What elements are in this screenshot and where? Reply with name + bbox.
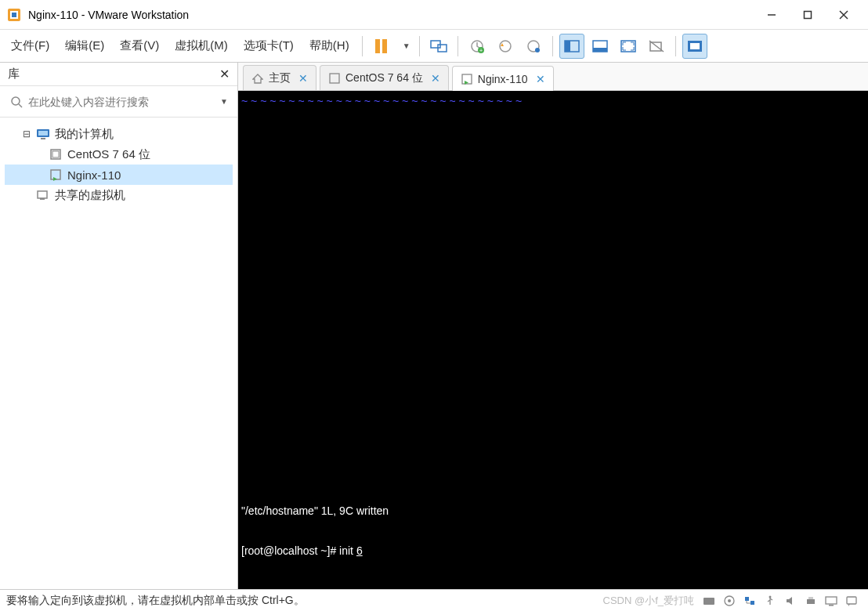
library-sidebar: 库 ✕ ▼ ⊟ 我的计算机 CentOS 7 64 位 Nginx-110: [0, 63, 238, 589]
vm-icon: [328, 72, 341, 85]
stretch-button[interactable]: [682, 34, 707, 59]
svg-rect-28: [41, 138, 45, 139]
svg-rect-44: [807, 599, 815, 604]
svg-point-43: [769, 595, 772, 598]
unity-icon: [649, 39, 664, 53]
minimize-button[interactable]: [754, 3, 790, 27]
toolbar-separator: [362, 36, 363, 56]
thumbnail-bar-button[interactable]: [588, 34, 613, 59]
vm-console[interactable]: ~ ~ ~ ~ ~ ~ ~ ~ ~ ~ ~ ~ ~ ~ ~ ~ ~ ~ ~ ~ …: [238, 91, 868, 589]
vm-running-icon: [49, 168, 63, 182]
tree-my-computer-label: 我的计算机: [55, 127, 114, 142]
tab-nginx[interactable]: Nginx-110 ✕: [452, 66, 554, 91]
menu-tabs[interactable]: 选项卡(T): [236, 35, 302, 56]
svg-marker-32: [53, 177, 57, 181]
terminal-tilde-column: ~ ~ ~ ~ ~ ~ ~ ~ ~ ~ ~ ~ ~ ~ ~ ~ ~ ~ ~ ~ …: [241, 94, 522, 108]
pause-button[interactable]: [369, 34, 394, 59]
svg-rect-30: [52, 151, 59, 157]
snapshot-button[interactable]: +: [465, 34, 490, 59]
terminal-line: "/etc/hostname" 1L, 9C written: [241, 504, 389, 518]
toolbar-separator: [552, 36, 553, 56]
dropdown-arrow-icon: ▼: [403, 42, 410, 50]
sidebar-close-button[interactable]: ✕: [219, 67, 230, 81]
power-dropdown[interactable]: ▼: [397, 34, 413, 59]
shared-icon: [36, 188, 50, 202]
svg-rect-45: [808, 597, 813, 599]
tab-home[interactable]: 主页 ✕: [243, 65, 316, 90]
tab-centos[interactable]: CentOS 7 64 位 ✕: [320, 65, 449, 90]
show-library-button[interactable]: [559, 34, 584, 59]
watermark: CSDN @小f_爱打吨: [603, 594, 695, 608]
tree-collapse-icon[interactable]: ⊟: [22, 128, 31, 139]
unity-button[interactable]: [644, 34, 669, 59]
display-icon[interactable]: [823, 594, 839, 608]
window-title: Nginx-110 - VMware Workstation: [28, 9, 754, 21]
tab-close-button[interactable]: ✕: [536, 73, 545, 85]
tree-vm-centos[interactable]: CentOS 7 64 位: [5, 144, 233, 164]
svg-rect-34: [40, 198, 45, 200]
svg-rect-23: [690, 43, 700, 49]
tree-shared-label: 共享的虚拟机: [55, 188, 125, 203]
keyboard-screen-icon: [430, 38, 447, 54]
tab-label: 主页: [269, 71, 291, 85]
close-button[interactable]: [826, 3, 862, 27]
menu-edit[interactable]: 编辑(E): [57, 35, 112, 56]
home-icon: [251, 72, 264, 85]
svg-rect-47: [829, 605, 834, 606]
svg-rect-42: [750, 601, 754, 605]
svg-rect-27: [38, 131, 48, 136]
tab-close-button[interactable]: ✕: [431, 72, 440, 85]
sound-icon[interactable]: [783, 594, 798, 608]
maximize-button[interactable]: [790, 3, 826, 27]
menu-help[interactable]: 帮助(H): [302, 35, 357, 56]
svg-rect-4: [805, 11, 812, 18]
svg-rect-31: [51, 170, 60, 179]
pause-icon: [375, 39, 387, 53]
tab-close-button[interactable]: ✕: [298, 72, 308, 85]
svg-rect-35: [330, 74, 339, 83]
tab-bar: 主页 ✕ CentOS 7 64 位 ✕ Nginx-110 ✕: [238, 63, 868, 91]
tab-label: Nginx-110: [478, 73, 528, 85]
svg-rect-48: [847, 597, 856, 604]
svg-line-25: [19, 104, 22, 107]
panel-left-icon: [564, 40, 580, 52]
revert-snapshot-button[interactable]: [493, 34, 518, 59]
snapshot-manager-button[interactable]: [521, 34, 546, 59]
snapshot-manager-icon: [526, 38, 541, 54]
network-icon[interactable]: [742, 594, 758, 608]
sidebar-title: 库: [8, 67, 219, 81]
tab-label: CentOS 7 64 位: [345, 71, 423, 85]
svg-rect-18: [593, 48, 607, 52]
printer-icon[interactable]: [803, 594, 819, 608]
tree-shared-vms[interactable]: 共享的虚拟机: [5, 185, 233, 205]
content-area: 主页 ✕ CentOS 7 64 位 ✕ Nginx-110 ✕ ~ ~ ~ ~…: [238, 63, 868, 589]
computer-icon: [36, 127, 50, 141]
svg-rect-41: [745, 597, 749, 601]
cdrom-icon[interactable]: [722, 594, 737, 608]
menu-view[interactable]: 查看(V): [112, 35, 167, 56]
toolbar-separator: [419, 36, 420, 56]
menu-vm[interactable]: 虚拟机(M): [167, 35, 236, 56]
svg-rect-20: [650, 42, 661, 51]
panel-bottom-icon: [592, 40, 608, 52]
search-dropdown[interactable]: ▼: [215, 97, 233, 106]
menu-file[interactable]: 文件(F): [3, 35, 57, 56]
tree-vm-nginx[interactable]: Nginx-110: [5, 164, 233, 185]
disk-icon[interactable]: [701, 594, 717, 608]
fullscreen-button[interactable]: [616, 34, 641, 59]
message-log-icon[interactable]: [844, 594, 859, 608]
svg-rect-38: [703, 598, 714, 605]
toolbar-separator: [675, 36, 676, 56]
terminal-prompt-line: [root@localhost ~]# init 6: [241, 544, 389, 558]
search-input[interactable]: [28, 96, 215, 108]
svg-rect-46: [826, 597, 837, 604]
tree-my-computer[interactable]: ⊟ 我的计算机: [5, 124, 233, 144]
vm-icon: [49, 147, 63, 161]
menu-bar: 文件(F) 编辑(E) 查看(V) 虚拟机(M) 选项卡(T) 帮助(H) ▼ …: [0, 30, 868, 63]
vmware-app-icon: [6, 7, 22, 23]
usb-icon[interactable]: [762, 594, 778, 608]
send-ctrl-alt-del-button[interactable]: [426, 34, 451, 59]
svg-point-40: [728, 599, 731, 602]
vm-running-icon: [461, 73, 473, 85]
status-text: 要将输入定向到该虚拟机，请在虚拟机内部单击或按 Ctrl+G。: [6, 594, 603, 608]
